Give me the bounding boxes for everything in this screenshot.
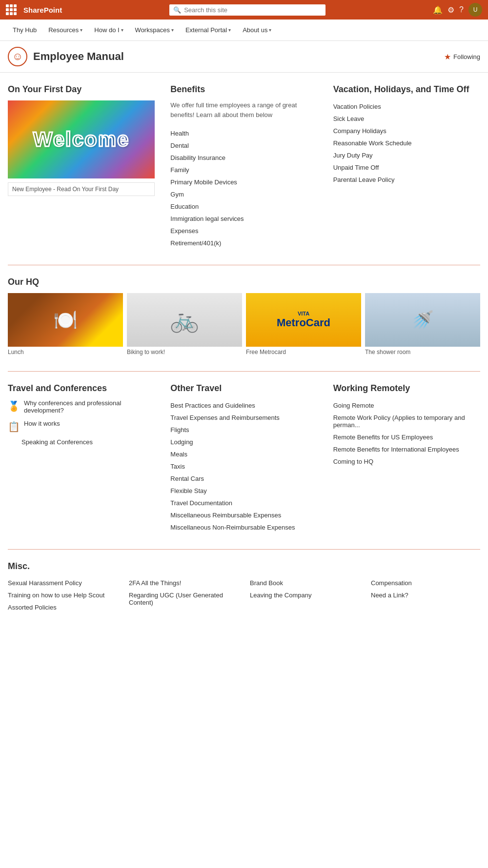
lunch-image: 🍽️ [8, 293, 123, 347]
help-icon[interactable]: ? [459, 5, 464, 14]
vacation-link[interactable]: Sick Leave [333, 113, 480, 125]
misc-link[interactable]: Need a Link? [371, 592, 480, 599]
bike-image: 🚲 [127, 293, 242, 347]
travel-item-2: Speaking at Conferences [8, 438, 155, 446]
benefit-link[interactable]: Health [170, 127, 317, 139]
misc-grid: Sexual Harassment PolicyTraining on how … [8, 579, 480, 616]
misc-link[interactable]: Assorted Policies [8, 604, 117, 611]
vacation-link[interactable]: Vacation Policies [333, 100, 480, 113]
working-remotely-link[interactable]: Remote Benefits for US Employees [333, 431, 480, 443]
star-icon: ★ [444, 52, 451, 61]
other-travel-link[interactable]: Taxis [170, 460, 317, 473]
misc-link[interactable]: 2FA All the Things! [129, 579, 238, 587]
search-input[interactable] [184, 6, 322, 14]
other-travel-link[interactable]: Flights [170, 424, 317, 436]
other-travel-link[interactable]: Flexible Stay [170, 485, 317, 497]
nav-how-do-i[interactable]: How do I▾ [89, 24, 128, 36]
benefit-link[interactable]: Education [170, 200, 317, 213]
chevron-down-icon: ▾ [121, 27, 123, 33]
vacation-link[interactable]: Company Holidays [333, 125, 480, 137]
nav-external-portal[interactable]: External Portal▾ [181, 24, 236, 36]
vacation-link[interactable]: Jury Duty Pay [333, 149, 480, 161]
notification-icon[interactable]: 🔔 [433, 5, 443, 15]
chevron-down-icon: ▾ [228, 27, 231, 33]
metro-image: VITA MetroCard [246, 293, 361, 347]
benefit-link[interactable]: Immigration legal services [170, 213, 317, 225]
misc-link[interactable]: Training on how to use Help Scout [8, 592, 117, 599]
benefit-link[interactable]: Retirement/401(k) [170, 237, 317, 249]
misc-section: Misc. Sexual Harassment PolicyTraining o… [8, 561, 480, 616]
benefit-link[interactable]: Expenses [170, 225, 317, 237]
benefit-link[interactable]: Family [170, 164, 317, 176]
working-remotely-title: Working Remotely [333, 383, 480, 394]
user-avatar[interactable]: U [468, 3, 482, 17]
settings-icon[interactable]: ⚙ [447, 5, 454, 15]
other-travel-title: Other Travel [170, 383, 317, 394]
vacation-link[interactable]: Reasonable Work Schedule [333, 137, 480, 149]
other-travel-link[interactable]: Miscellaneous Reimbursable Expenses [170, 509, 317, 521]
other-travel-link[interactable]: Best Practices and Guidelines [170, 399, 317, 412]
other-travel-link[interactable]: Travel Documentation [170, 497, 317, 509]
other-travel-link[interactable]: Rental Cars [170, 473, 317, 485]
hq-title: Our HQ [8, 277, 480, 287]
nav-right: 🔔 ⚙ ? U [433, 3, 482, 17]
vacation-link[interactable]: Parental Leave Policy [333, 174, 480, 186]
misc-link[interactable]: Brand Book [250, 579, 359, 587]
other-travel-link[interactable]: Meals [170, 448, 317, 460]
working-remotely-link[interactable]: Remote Benefits for International Employ… [333, 443, 480, 455]
working-remotely-list: Going RemoteRemote Work Policy (Applies … [333, 399, 480, 468]
app-launcher-icon[interactable] [6, 4, 17, 15]
misc-link[interactable]: Compensation [371, 579, 480, 587]
misc-link[interactable]: Sexual Harassment Policy [8, 579, 117, 587]
working-remotely-link[interactable]: Remote Work Policy (Applies to temporary… [333, 412, 480, 431]
travel-item-0: 🏅 Why conferences and professional devel… [8, 399, 155, 414]
working-remotely-link[interactable]: Going Remote [333, 399, 480, 412]
search-icon: 🔍 [173, 6, 181, 14]
travel-link-2[interactable]: Speaking at Conferences [8, 438, 93, 446]
other-travel-col: Other Travel Best Practices and Guidelin… [170, 383, 317, 533]
other-travel-link[interactable]: Travel Expenses and Reimbursements [170, 412, 317, 424]
search-bar[interactable]: 🔍 [169, 4, 325, 16]
page-icon: ☺ [8, 47, 27, 66]
benefit-link[interactable]: Dental [170, 139, 317, 152]
benefit-link[interactable]: Disability Insurance [170, 152, 317, 164]
photo-lunch: 🍽️ Lunch [8, 293, 123, 355]
working-remotely-link[interactable]: Coming to HQ [333, 455, 480, 468]
benefits-title: Benefits [170, 84, 317, 95]
benefit-link[interactable]: Primary Mobile Devices [170, 176, 317, 188]
vacation-link[interactable]: Unpaid Time Off [333, 161, 480, 174]
misc-title: Misc. [8, 561, 480, 572]
other-travel-link[interactable]: Miscellaneous Non-Reimbursable Expenses [170, 521, 317, 533]
misc-link[interactable]: Regarding UGC (User Generated Content) [129, 592, 238, 606]
section-divider-1 [8, 265, 480, 265]
working-remotely-col: Working Remotely Going RemoteRemote Work… [333, 383, 480, 533]
nav-workspaces[interactable]: Workspaces▾ [130, 24, 179, 36]
shower-image: 🚿 [365, 293, 480, 347]
page-header-left: ☺ Employee Manual [8, 47, 124, 66]
award-icon: 🏅 [8, 400, 20, 412]
photo-metrocard: VITA MetroCard Free Metrocard [246, 293, 361, 355]
first-day-caption[interactable]: New Employee - Read On Your First Day [8, 182, 155, 196]
nav-about-us[interactable]: About us▾ [238, 24, 276, 36]
misc-col-0: Sexual Harassment PolicyTraining on how … [8, 579, 117, 616]
travel-link-0[interactable]: Why conferences and professional develop… [24, 399, 155, 414]
travel-title: Travel and Conferences [8, 383, 155, 394]
follow-button[interactable]: ★ Following [444, 52, 480, 61]
travel-item-1: 📋 How it works [8, 420, 155, 433]
other-travel-link[interactable]: Lodging [170, 436, 317, 448]
misc-col-1: 2FA All the Things!Regarding UGC (User G… [129, 579, 238, 616]
first-day-title: On Your First Day [8, 84, 155, 95]
misc-link[interactable]: Leaving the Company [250, 592, 359, 599]
benefit-link[interactable]: Gym [170, 188, 317, 200]
nav-thy-hub[interactable]: Thy Hub [8, 24, 41, 36]
welcome-text: Welcome [33, 128, 130, 151]
first-day-section: On Your First Day Welcome New Employee -… [8, 84, 155, 249]
nav-resources[interactable]: Resources▾ [43, 24, 87, 36]
travel-link-1[interactable]: How it works [24, 420, 60, 427]
photo-caption-shower: The shower room [365, 349, 480, 355]
chevron-down-icon: ▾ [80, 27, 82, 33]
nav-left: SharePoint [6, 4, 62, 15]
welcome-image: Welcome [8, 100, 155, 178]
vacation-title: Vacation, Holidays, and Time Off [333, 84, 480, 95]
hq-photo-grid: 🍽️ Lunch 🚲 Biking to work! VITA MetroCar… [8, 293, 480, 355]
